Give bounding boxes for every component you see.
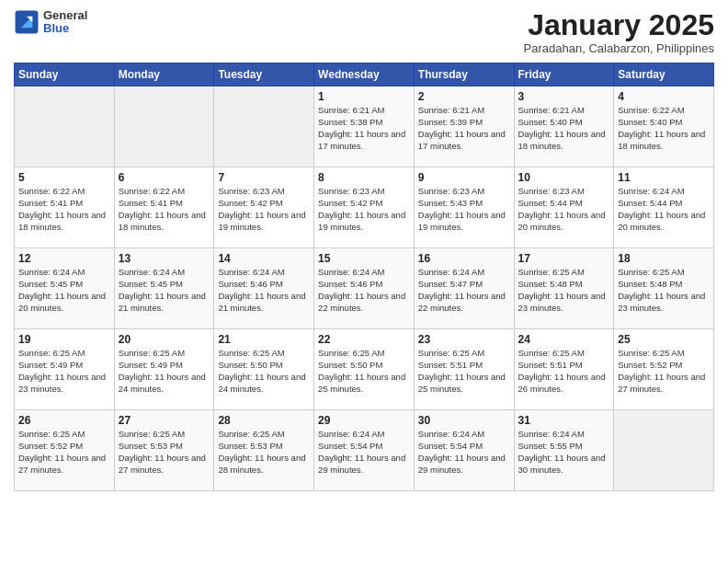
- calendar-week-row: 12Sunrise: 6:24 AMSunset: 5:45 PMDayligh…: [15, 248, 714, 329]
- day-number: 31: [518, 414, 610, 427]
- calendar-cell: 18Sunrise: 6:25 AMSunset: 5:48 PMDayligh…: [614, 248, 714, 329]
- day-number: 13: [119, 252, 210, 265]
- day-info: Sunrise: 6:23 AMSunset: 5:42 PMDaylight:…: [318, 186, 410, 233]
- calendar: SundayMondayTuesdayWednesdayThursdayFrid…: [14, 63, 714, 491]
- calendar-cell: 5Sunrise: 6:22 AMSunset: 5:41 PMDaylight…: [15, 167, 115, 248]
- calendar-cell: 26Sunrise: 6:25 AMSunset: 5:52 PMDayligh…: [15, 410, 115, 491]
- day-number: 11: [618, 171, 710, 184]
- calendar-cell: [114, 86, 214, 167]
- day-number: 8: [318, 171, 410, 184]
- calendar-cell: 31Sunrise: 6:24 AMSunset: 5:55 PMDayligh…: [514, 410, 614, 491]
- calendar-cell: 8Sunrise: 6:23 AMSunset: 5:42 PMDaylight…: [314, 167, 415, 248]
- calendar-cell: 19Sunrise: 6:25 AMSunset: 5:49 PMDayligh…: [15, 329, 115, 410]
- day-number: 18: [618, 252, 710, 265]
- day-info: Sunrise: 6:23 AMSunset: 5:43 PMDaylight:…: [418, 186, 510, 233]
- day-info: Sunrise: 6:25 AMSunset: 5:50 PMDaylight:…: [218, 348, 310, 395]
- weekday-header: Sunday: [15, 63, 115, 86]
- calendar-cell: 3Sunrise: 6:21 AMSunset: 5:40 PMDaylight…: [514, 86, 614, 167]
- calendar-cell: 1Sunrise: 6:21 AMSunset: 5:38 PMDaylight…: [314, 86, 415, 167]
- calendar-cell: 21Sunrise: 6:25 AMSunset: 5:50 PMDayligh…: [214, 329, 314, 410]
- logo: General Blue: [14, 9, 87, 36]
- day-number: 1: [318, 90, 410, 103]
- day-number: 29: [318, 414, 410, 427]
- calendar-header: SundayMondayTuesdayWednesdayThursdayFrid…: [15, 63, 714, 86]
- day-number: 27: [119, 414, 210, 427]
- calendar-cell: 17Sunrise: 6:25 AMSunset: 5:48 PMDayligh…: [514, 248, 614, 329]
- calendar-cell: [614, 410, 714, 491]
- weekday-header: Thursday: [414, 63, 514, 86]
- day-number: 6: [119, 171, 210, 184]
- calendar-cell: 14Sunrise: 6:24 AMSunset: 5:46 PMDayligh…: [214, 248, 314, 329]
- day-number: 10: [518, 171, 610, 184]
- calendar-cell: 11Sunrise: 6:24 AMSunset: 5:44 PMDayligh…: [614, 167, 714, 248]
- title-block: January 2025 Paradahan, Calabarzon, Phil…: [524, 9, 714, 55]
- calendar-cell: 25Sunrise: 6:25 AMSunset: 5:52 PMDayligh…: [614, 329, 714, 410]
- day-number: 4: [618, 90, 710, 103]
- day-info: Sunrise: 6:24 AMSunset: 5:46 PMDaylight:…: [218, 267, 310, 314]
- calendar-week-row: 26Sunrise: 6:25 AMSunset: 5:52 PMDayligh…: [15, 410, 714, 491]
- day-number: 20: [119, 333, 210, 346]
- weekday-header: Saturday: [614, 63, 714, 86]
- day-number: 12: [18, 252, 110, 265]
- calendar-week-row: 1Sunrise: 6:21 AMSunset: 5:38 PMDaylight…: [15, 86, 714, 167]
- logo-blue: Blue: [43, 22, 87, 35]
- page-header: General Blue January 2025 Paradahan, Cal…: [14, 9, 714, 55]
- logo-general: General: [43, 9, 87, 22]
- weekday-row: SundayMondayTuesdayWednesdayThursdayFrid…: [15, 63, 714, 86]
- day-info: Sunrise: 6:23 AMSunset: 5:42 PMDaylight:…: [218, 186, 310, 233]
- day-number: 22: [318, 333, 410, 346]
- calendar-cell: 9Sunrise: 6:23 AMSunset: 5:43 PMDaylight…: [414, 167, 514, 248]
- calendar-cell: 12Sunrise: 6:24 AMSunset: 5:45 PMDayligh…: [15, 248, 115, 329]
- day-info: Sunrise: 6:21 AMSunset: 5:40 PMDaylight:…: [518, 105, 610, 152]
- day-number: 7: [218, 171, 310, 184]
- day-info: Sunrise: 6:25 AMSunset: 5:52 PMDaylight:…: [18, 429, 110, 476]
- day-number: 9: [418, 171, 510, 184]
- day-info: Sunrise: 6:25 AMSunset: 5:53 PMDaylight:…: [119, 429, 210, 476]
- day-info: Sunrise: 6:24 AMSunset: 5:46 PMDaylight:…: [318, 267, 410, 314]
- day-number: 2: [418, 90, 510, 103]
- calendar-week-row: 5Sunrise: 6:22 AMSunset: 5:41 PMDaylight…: [15, 167, 714, 248]
- day-info: Sunrise: 6:25 AMSunset: 5:50 PMDaylight:…: [318, 348, 410, 395]
- day-number: 30: [418, 414, 510, 427]
- day-info: Sunrise: 6:24 AMSunset: 5:44 PMDaylight:…: [618, 186, 710, 233]
- day-number: 5: [18, 171, 110, 184]
- logo-text: General Blue: [43, 9, 87, 36]
- day-number: 3: [518, 90, 610, 103]
- day-info: Sunrise: 6:24 AMSunset: 5:45 PMDaylight:…: [18, 267, 110, 314]
- calendar-cell: 4Sunrise: 6:22 AMSunset: 5:40 PMDaylight…: [614, 86, 714, 167]
- day-info: Sunrise: 6:21 AMSunset: 5:38 PMDaylight:…: [318, 105, 410, 152]
- calendar-cell: 20Sunrise: 6:25 AMSunset: 5:49 PMDayligh…: [114, 329, 214, 410]
- day-number: 16: [418, 252, 510, 265]
- calendar-body: 1Sunrise: 6:21 AMSunset: 5:38 PMDaylight…: [15, 86, 714, 491]
- day-info: Sunrise: 6:22 AMSunset: 5:41 PMDaylight:…: [18, 186, 110, 233]
- month-title: January 2025: [524, 9, 714, 41]
- weekday-header: Tuesday: [214, 63, 314, 86]
- day-number: 19: [18, 333, 110, 346]
- day-number: 14: [218, 252, 310, 265]
- day-number: 21: [218, 333, 310, 346]
- calendar-cell: 22Sunrise: 6:25 AMSunset: 5:50 PMDayligh…: [314, 329, 415, 410]
- calendar-week-row: 19Sunrise: 6:25 AMSunset: 5:49 PMDayligh…: [15, 329, 714, 410]
- location: Paradahan, Calabarzon, Philippines: [524, 41, 714, 55]
- day-number: 28: [218, 414, 310, 427]
- calendar-cell: 13Sunrise: 6:24 AMSunset: 5:45 PMDayligh…: [114, 248, 214, 329]
- day-info: Sunrise: 6:25 AMSunset: 5:52 PMDaylight:…: [618, 348, 710, 395]
- day-number: 15: [318, 252, 410, 265]
- day-info: Sunrise: 6:25 AMSunset: 5:53 PMDaylight:…: [218, 429, 310, 476]
- logo-icon: [14, 9, 40, 35]
- calendar-cell: 23Sunrise: 6:25 AMSunset: 5:51 PMDayligh…: [414, 329, 514, 410]
- day-info: Sunrise: 6:25 AMSunset: 5:51 PMDaylight:…: [418, 348, 510, 395]
- day-info: Sunrise: 6:22 AMSunset: 5:40 PMDaylight:…: [618, 105, 710, 152]
- day-info: Sunrise: 6:24 AMSunset: 5:55 PMDaylight:…: [518, 429, 610, 476]
- calendar-cell: [15, 86, 115, 167]
- day-number: 26: [18, 414, 110, 427]
- calendar-cell: 24Sunrise: 6:25 AMSunset: 5:51 PMDayligh…: [514, 329, 614, 410]
- calendar-cell: 28Sunrise: 6:25 AMSunset: 5:53 PMDayligh…: [214, 410, 314, 491]
- day-number: 24: [518, 333, 610, 346]
- day-number: 17: [518, 252, 610, 265]
- day-info: Sunrise: 6:23 AMSunset: 5:44 PMDaylight:…: [518, 186, 610, 233]
- calendar-cell: 10Sunrise: 6:23 AMSunset: 5:44 PMDayligh…: [514, 167, 614, 248]
- weekday-header: Wednesday: [314, 63, 415, 86]
- weekday-header: Monday: [114, 63, 214, 86]
- calendar-cell: 16Sunrise: 6:24 AMSunset: 5:47 PMDayligh…: [414, 248, 514, 329]
